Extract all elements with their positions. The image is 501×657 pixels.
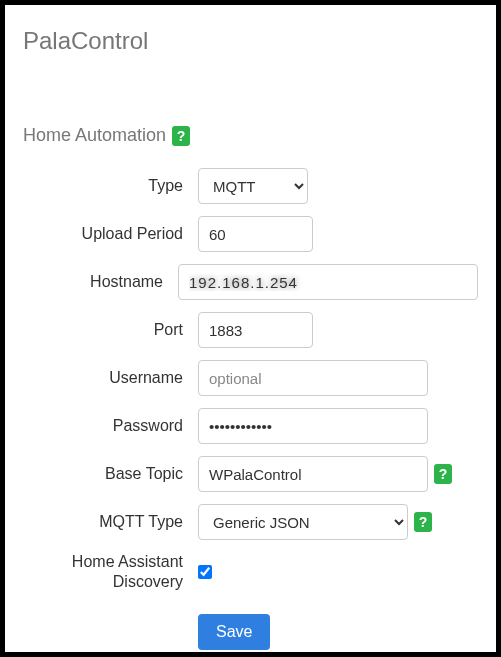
upload-period-input[interactable]	[198, 216, 313, 252]
label-base-topic: Base Topic	[23, 465, 198, 483]
port-input[interactable]	[198, 312, 313, 348]
username-input[interactable]	[198, 360, 428, 396]
help-icon[interactable]: ?	[172, 126, 190, 146]
row-hostname: Hostname	[23, 264, 478, 300]
label-discovery: Home Assistant Discovery	[23, 552, 198, 592]
base-topic-input[interactable]	[198, 456, 428, 492]
save-button[interactable]: Save	[198, 614, 270, 650]
label-type: Type	[23, 177, 198, 195]
row-upload-period: Upload Period	[23, 216, 478, 252]
row-base-topic: Base Topic ?	[23, 456, 478, 492]
label-upload-period: Upload Period	[23, 225, 198, 243]
mqtt-type-select[interactable]: Generic JSON	[198, 504, 408, 540]
label-password: Password	[23, 417, 198, 435]
row-mqtt-type: MQTT Type Generic JSON ?	[23, 504, 478, 540]
row-discovery: Home Assistant Discovery	[23, 552, 478, 592]
row-port: Port	[23, 312, 478, 348]
type-select[interactable]: MQTT	[198, 168, 308, 204]
row-username: Username	[23, 360, 478, 396]
help-icon[interactable]: ?	[414, 512, 432, 532]
label-discovery-line1: Home Assistant	[72, 553, 183, 570]
label-discovery-line2: Discovery	[113, 573, 183, 590]
label-port: Port	[23, 321, 198, 339]
hostname-input[interactable]	[178, 264, 478, 300]
row-save: Save	[23, 614, 478, 650]
label-hostname: Hostname	[23, 273, 178, 291]
row-type: Type MQTT	[23, 168, 478, 204]
row-password: Password	[23, 408, 478, 444]
section-header: Home Automation ?	[23, 125, 478, 146]
page-title: PalaControl	[23, 27, 478, 55]
discovery-checkbox[interactable]	[198, 565, 212, 579]
config-panel: PalaControl Home Automation ? Type MQTT …	[0, 0, 501, 657]
help-icon[interactable]: ?	[434, 464, 452, 484]
label-mqtt-type: MQTT Type	[23, 513, 198, 531]
password-input[interactable]	[198, 408, 428, 444]
section-label: Home Automation	[23, 125, 166, 146]
label-username: Username	[23, 369, 198, 387]
